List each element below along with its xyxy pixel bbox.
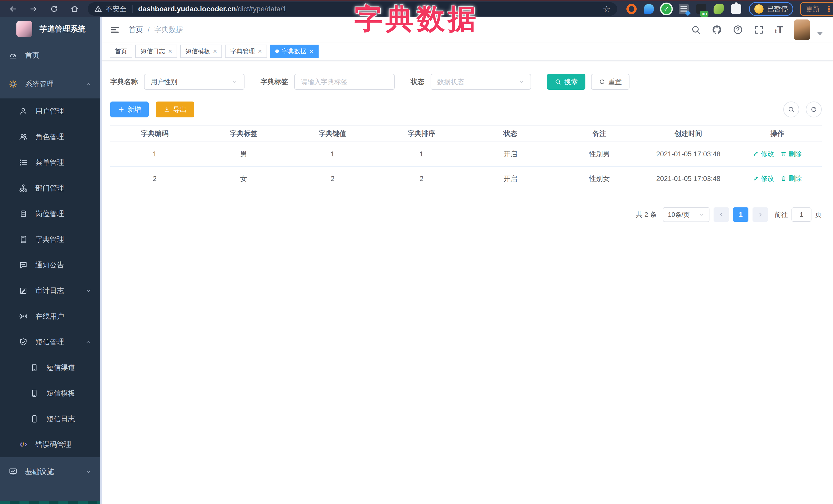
sidebar-item-infra[interactable]: 基础设施 xyxy=(0,457,102,486)
orange-ring-extension-icon[interactable] xyxy=(626,4,637,14)
close-icon[interactable]: × xyxy=(310,48,313,55)
sidebar-item-sms-channel[interactable]: 短信渠道 xyxy=(0,355,102,380)
tag-dict-data[interactable]: 字典数据× xyxy=(270,45,318,58)
address-bar[interactable]: 不安全 dashboard.yudao.iocoder.cn/dict/type… xyxy=(88,2,617,16)
font-size-icon[interactable]: tT xyxy=(775,24,783,35)
sidebar-logo[interactable]: 芋道管理系统 xyxy=(0,17,102,41)
puzzle-extensions-icon[interactable] xyxy=(731,4,741,14)
prev-page-button[interactable] xyxy=(714,208,729,222)
dict-name-group: 字典名称 用户性别 xyxy=(110,74,244,90)
goto-page-input[interactable] xyxy=(791,208,811,222)
forward-icon[interactable] xyxy=(29,5,38,13)
current-page-button[interactable]: 1 xyxy=(733,208,748,222)
dict-name-select[interactable]: 用户性别 xyxy=(144,74,244,90)
sidebar-item-post[interactable]: 岗位管理 xyxy=(0,201,102,226)
delete-link[interactable]: 删除 xyxy=(781,149,802,159)
sidebar: 芋道管理系统 首页系统管理用户管理角色管理菜单管理部门管理岗位管理字典管理通知公… xyxy=(0,17,102,504)
cell-status: 开启 xyxy=(466,166,555,191)
sidebar-item-system[interactable]: 系统管理 xyxy=(0,70,102,98)
delete-link[interactable]: 删除 xyxy=(781,174,802,183)
phone-icon xyxy=(30,414,39,423)
add-button[interactable]: 新增 xyxy=(110,101,149,117)
edit-link[interactable]: 修改 xyxy=(753,174,774,183)
paused-extension-pill[interactable]: 已暂停 xyxy=(749,2,793,16)
close-icon[interactable]: × xyxy=(213,48,217,55)
goto-unit: 页 xyxy=(815,210,822,219)
reload-icon[interactable] xyxy=(50,5,58,13)
breadcrumb-home[interactable]: 首页 xyxy=(129,25,143,34)
tag-sms-log[interactable]: 短信日志× xyxy=(135,45,177,58)
tag-home[interactable]: 首页 xyxy=(110,45,132,58)
page-url[interactable]: dashboard.yudao.iocoder.cn/dict/type/dat… xyxy=(138,5,287,13)
sidebar-item-notice[interactable]: 通知公告 xyxy=(0,252,102,278)
help-icon[interactable] xyxy=(733,25,743,35)
sidebar-item-dept[interactable]: 部门管理 xyxy=(0,175,102,201)
page-size-select[interactable]: 10条/页 xyxy=(663,207,710,222)
export-button[interactable]: 导出 xyxy=(156,101,194,117)
sidebar-item-menu[interactable]: 菜单管理 xyxy=(0,150,102,175)
next-page-button[interactable] xyxy=(753,208,768,222)
app-title: 芋道管理系统 xyxy=(40,24,86,34)
blue-drop-extension-icon[interactable] xyxy=(644,4,654,14)
search-button[interactable]: 搜索 xyxy=(547,74,586,90)
chevron-down-icon xyxy=(518,79,524,85)
refresh-table-button[interactable] xyxy=(806,101,822,117)
onetab-extension-icon[interactable]: on xyxy=(696,4,706,14)
sidebar-item-label: 岗位管理 xyxy=(35,209,64,219)
sidebar-item-role[interactable]: 角色管理 xyxy=(0,124,102,150)
page-content: 字典名称 用户性别 字典标签 状态 数据状态 xyxy=(102,61,833,504)
sidebar-item-online-user[interactable]: 在线用户 xyxy=(0,304,102,329)
close-icon[interactable]: × xyxy=(258,48,262,55)
cell-value: 1 xyxy=(288,142,377,166)
table-row: 1男11开启性别男2021-01-05 17:03:48修改删除 xyxy=(110,142,822,166)
active-tab-dot xyxy=(275,49,279,53)
list-extension-icon[interactable] xyxy=(679,4,689,14)
home-icon[interactable] xyxy=(70,5,79,13)
sidebar-item-label: 短信渠道 xyxy=(46,363,75,373)
sidebar-item-sms[interactable]: 短信管理 xyxy=(0,329,102,355)
user-icon xyxy=(19,107,28,116)
goto-label: 前往 xyxy=(775,210,788,219)
sidebar-item-home[interactable]: 首页 xyxy=(0,41,102,70)
sidebar-item-label: 用户管理 xyxy=(35,106,64,116)
sidebar-item-dict[interactable]: 字典管理 xyxy=(0,226,102,252)
sidebar-item-label: 角色管理 xyxy=(35,132,64,142)
cell-actions: 修改删除 xyxy=(733,142,822,166)
kebab-menu-icon[interactable]: ⋮ xyxy=(825,5,833,13)
toggle-search-button[interactable] xyxy=(783,101,799,117)
github-icon[interactable] xyxy=(712,25,722,35)
table-header-row: 字典编码字典标签字典键值字典排序状态备注创建时间操作 xyxy=(110,125,822,142)
logo-image xyxy=(17,21,32,37)
sidebar-item-audit-log[interactable]: 审计日志 xyxy=(0,278,102,304)
reset-button-label: 重置 xyxy=(609,77,622,87)
edit-link[interactable]: 修改 xyxy=(753,149,774,159)
sidebar-item-label: 短信日志 xyxy=(46,414,75,424)
sidebar-item-label: 短信模板 xyxy=(46,388,75,398)
green-sprout-extension-icon[interactable] xyxy=(714,4,724,14)
dict-tag-input[interactable] xyxy=(295,74,394,89)
sidebar-item-sms-log[interactable]: 短信日志 xyxy=(0,406,102,432)
status-select[interactable]: 数据状态 xyxy=(431,74,531,90)
browser-update-button[interactable]: 更新 ⋮ xyxy=(800,2,833,16)
green-check-extension-icon[interactable]: ✓ xyxy=(661,4,671,14)
security-label[interactable]: 不安全 xyxy=(105,4,126,14)
sidebar-item-sms-template[interactable]: 短信模板 xyxy=(0,380,102,406)
fullscreen-icon[interactable] xyxy=(754,25,764,35)
bookmark-star-icon[interactable]: ☆ xyxy=(603,4,611,14)
search-icon[interactable] xyxy=(691,25,701,35)
back-icon[interactable] xyxy=(9,5,18,13)
sidebar-item-user[interactable]: 用户管理 xyxy=(0,98,102,124)
sidebar-item-error-code[interactable]: 错误码管理 xyxy=(0,432,102,457)
hamburger-icon[interactable] xyxy=(110,25,120,35)
sidebar-scrollbar[interactable] xyxy=(100,17,102,504)
avatar[interactable] xyxy=(794,20,810,40)
reset-button[interactable]: 重置 xyxy=(591,74,629,90)
tag-sms-template[interactable]: 短信模板× xyxy=(180,45,222,58)
caret-down-icon[interactable] xyxy=(817,32,823,35)
tag-dict-type[interactable]: 字典管理× xyxy=(225,45,267,58)
delete-label: 删除 xyxy=(789,149,802,159)
status-placeholder: 数据状态 xyxy=(437,77,464,87)
tag-label: 短信日志 xyxy=(140,47,165,55)
column-header: 操作 xyxy=(733,125,822,142)
close-icon[interactable]: × xyxy=(168,48,172,55)
